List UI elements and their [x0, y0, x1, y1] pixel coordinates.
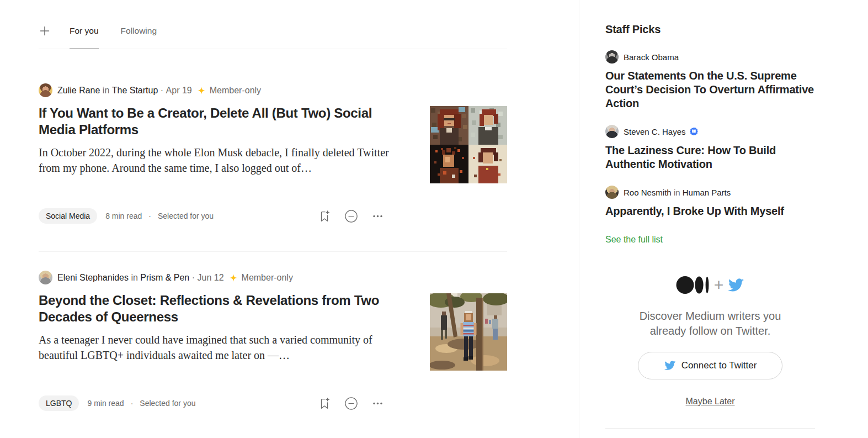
author-avatar[interactable]: [605, 125, 619, 138]
bookmark-plus-icon[interactable]: [318, 397, 332, 410]
sidebar-divider: [605, 428, 815, 429]
twitter-icon: [727, 277, 744, 294]
add-feed-button[interactable]: [39, 25, 51, 39]
tab-for-you[interactable]: For you: [70, 24, 99, 49]
twitter-promo: + Discover Medium writers youalready fol…: [605, 276, 815, 407]
show-less-icon[interactable]: [344, 397, 358, 410]
staff-pick-item: Barack Obama Our Statements On the U.S. …: [605, 50, 815, 110]
article-divider: [39, 251, 507, 252]
author-name[interactable]: Roo Nesmith: [624, 188, 672, 197]
verified-author-icon: [689, 127, 699, 136]
article-footer: Social Media 8 min read · Selected for y…: [39, 208, 507, 224]
street-scene-photo: [430, 293, 507, 371]
article-card: Zulie Rane in The Startup · Apr 19 Membe…: [39, 83, 507, 252]
article-date: Apr 19: [166, 86, 192, 96]
author-avatar[interactable]: [605, 50, 619, 64]
plus-icon: [39, 25, 51, 37]
topic-tag[interactable]: Social Media: [39, 208, 97, 224]
author-avatar[interactable]: [605, 186, 619, 199]
selected-for-you-label: Selected for you: [158, 212, 214, 220]
dot-separator: ·: [148, 212, 151, 220]
right-sidebar: Staff Picks Barack Obama Our Statements …: [579, 0, 868, 438]
medium-logo: [676, 276, 710, 294]
member-only-label: Member-only: [242, 273, 293, 283]
connect-button-label: Connect to Twitter: [681, 360, 757, 371]
member-only-badge: Member-only: [192, 86, 261, 96]
see-full-list-link[interactable]: See the full list: [605, 235, 815, 245]
article-title[interactable]: Beyond the Closet: Reflections & Revelat…: [39, 292, 403, 325]
read-time: 8 min read: [105, 212, 142, 220]
member-only-badge: Member-only: [224, 273, 293, 283]
publication-name[interactable]: The Startup: [112, 86, 158, 96]
promo-description-line2: already follow on Twitter.: [650, 325, 771, 337]
bookmark-plus-icon[interactable]: [318, 209, 332, 223]
byline: Steven C. Hayes: [605, 125, 815, 138]
author-name[interactable]: Zulie Rane: [57, 86, 100, 96]
author-name[interactable]: Steven C. Hayes: [624, 127, 686, 136]
article-thumbnail[interactable]: [430, 293, 507, 371]
staff-pick-title[interactable]: Apparently, I Broke Up With Myself: [605, 204, 815, 218]
in-label: in: [131, 273, 137, 283]
byline: Zulie Rane in The Startup · Apr 19 Membe…: [39, 83, 403, 97]
promo-logos: +: [605, 276, 815, 294]
byline: Eleni Stephanides in Prism & Pen · Jun 1…: [39, 271, 403, 284]
maybe-later-link[interactable]: Maybe Later: [686, 397, 735, 407]
topic-tag[interactable]: LGBTQ: [39, 395, 79, 411]
byline: Roo Nesmith in Human Parts: [605, 186, 815, 199]
article-footer: LGBTQ 9 min read · Selected for you: [39, 395, 507, 411]
sparkle-icon: [197, 86, 206, 95]
show-less-icon[interactable]: [344, 209, 358, 223]
article-excerpt[interactable]: In October 2022, during the whole Elon M…: [39, 145, 403, 176]
author-avatar[interactable]: [39, 83, 52, 97]
author-avatar[interactable]: [39, 271, 52, 284]
byline: Barack Obama: [605, 50, 815, 64]
tab-following[interactable]: Following: [121, 24, 157, 49]
staff-pick-item: Steven C. Hayes The Laziness Cure: How T…: [605, 125, 815, 171]
staff-pick-title[interactable]: The Laziness Cure: How To Build Authenti…: [605, 144, 815, 171]
read-time: 9 min read: [87, 399, 124, 408]
more-options-icon[interactable]: [371, 209, 385, 223]
article-title[interactable]: If You Want to Be a Creator, Delete All …: [39, 105, 403, 138]
staff-pick-title[interactable]: Our Statements On the U.S. Supreme Court…: [605, 69, 815, 110]
member-only-label: Member-only: [210, 86, 261, 96]
dot-separator: ·: [131, 399, 134, 408]
author-name[interactable]: Eleni Stephanides: [57, 273, 129, 283]
medium-home-page: For you Following Zulie Rane in The Star…: [0, 0, 868, 438]
article-excerpt[interactable]: As a teenager I never could have imagine…: [39, 332, 403, 363]
feed-tabbar: For you Following: [39, 0, 507, 49]
promo-description-line1: Discover Medium writers you: [640, 310, 781, 322]
selected-for-you-label: Selected for you: [140, 399, 195, 408]
in-label: in: [674, 188, 680, 197]
staff-pick-item: Roo Nesmith in Human Parts Apparently, I…: [605, 186, 815, 218]
article-date: Jun 12: [198, 273, 224, 283]
twitter-icon: [664, 360, 676, 372]
more-options-icon[interactable]: [371, 397, 385, 410]
connect-to-twitter-button[interactable]: Connect to Twitter: [638, 352, 782, 379]
pixel-art-portraits-image: [430, 106, 507, 183]
promo-description: Discover Medium writers youalready follo…: [605, 309, 815, 339]
plus-separator: +: [714, 277, 724, 293]
sparkle-icon: [229, 273, 238, 282]
article-card: Eleni Stephanides in Prism & Pen · Jun 1…: [39, 271, 507, 411]
publication-name[interactable]: Human Parts: [683, 188, 731, 197]
article-thumbnail[interactable]: [430, 106, 507, 183]
staff-picks-heading: Staff Picks: [605, 0, 815, 36]
publication-name[interactable]: Prism & Pen: [140, 273, 189, 283]
in-label: in: [103, 86, 109, 96]
author-name[interactable]: Barack Obama: [624, 52, 679, 62]
main-feed-column: For you Following Zulie Rane in The Star…: [0, 0, 579, 438]
